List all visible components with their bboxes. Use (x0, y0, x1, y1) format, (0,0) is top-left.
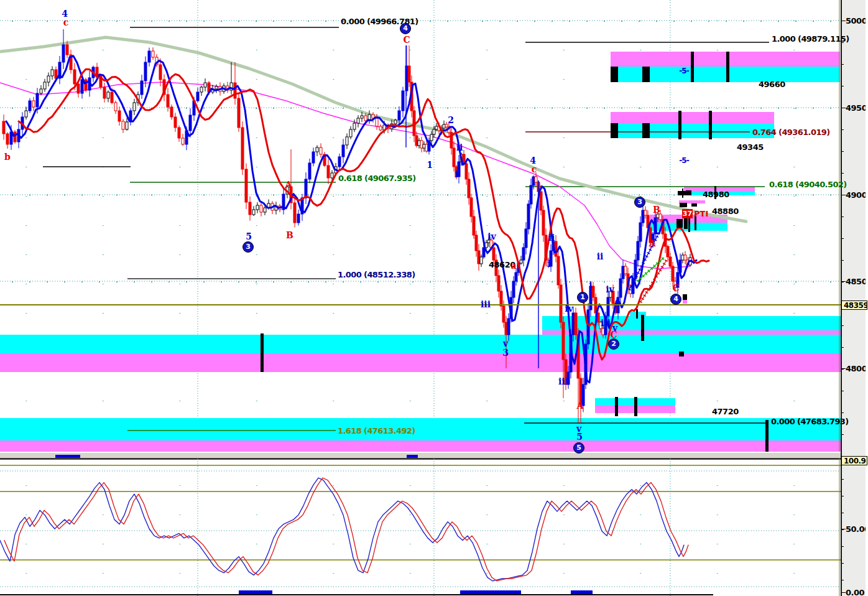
candle-body (557, 256, 560, 285)
candle-body (592, 286, 594, 297)
zone-mark (642, 123, 650, 138)
axis-minor-tick (842, 129, 844, 130)
axis-minor-tick (842, 563, 844, 564)
zone-mark (678, 111, 681, 139)
axis-minor-tick (842, 496, 844, 496)
axis-tick-label: 48000 (846, 364, 868, 373)
medium-ma-line (0, 82, 690, 269)
candle-body (204, 83, 206, 87)
false-bar (460, 590, 521, 594)
candle-body (349, 129, 352, 137)
candle-body (560, 285, 562, 322)
candle-body (36, 93, 39, 107)
candle-body (133, 103, 136, 111)
zone-mark (642, 67, 650, 82)
candle-body (674, 281, 676, 287)
candle-body (327, 165, 330, 178)
zone-mark (684, 217, 688, 229)
zone-mark (714, 186, 716, 199)
candle-body (433, 129, 435, 134)
candle-body (2, 121, 5, 134)
candle-body (430, 134, 433, 141)
candle-body (587, 310, 589, 344)
zone-mark-magenta (683, 300, 687, 304)
candle-body (66, 45, 68, 55)
candle-body (107, 92, 109, 98)
axis-tick-label: 50000 (846, 16, 868, 26)
candle-body (144, 62, 147, 81)
candle-body (672, 266, 674, 281)
panel-splitter[interactable] (0, 452, 868, 459)
axis-minor-tick (842, 529, 844, 530)
axis-minor-tick (842, 369, 844, 370)
osc-top-border (0, 459, 841, 460)
candle-body (423, 144, 425, 148)
candle-body (249, 202, 251, 215)
candle-body (6, 134, 9, 144)
axis-tick-label: 0.00 (846, 588, 864, 596)
zone-mark (678, 191, 686, 195)
candle-body (681, 255, 684, 260)
axis-tick-label: 48500 (846, 277, 868, 286)
axis-tick-label: 50.00 (846, 524, 868, 534)
supply-demand-zone (0, 353, 841, 372)
candle-body (402, 91, 404, 111)
candle-body (435, 126, 438, 129)
candle-body (148, 51, 150, 62)
false-bar (571, 590, 593, 594)
price-chart-canvas[interactable] (0, 0, 841, 452)
candle-body (644, 210, 647, 215)
price-axis[interactable]: 500004950049000485004800050.000.00 (841, 0, 868, 596)
candle-body (684, 255, 686, 260)
candle-body (492, 248, 495, 260)
candle-body (256, 205, 259, 210)
zone-mark (691, 203, 697, 207)
candle-body (547, 260, 550, 266)
zone-mark (765, 420, 769, 452)
zone-mark (686, 190, 691, 195)
candle-body (550, 251, 552, 266)
candle-body (530, 185, 532, 204)
candle-body (612, 291, 614, 304)
zone-mark (682, 189, 683, 198)
candle-body (62, 45, 65, 62)
supply-demand-zone (611, 52, 840, 67)
candle-body (159, 65, 162, 80)
candle-body (361, 116, 363, 118)
candle-body (364, 116, 367, 121)
oscillator-canvas[interactable] (0, 459, 841, 596)
candle-body (500, 291, 502, 306)
candle-body (331, 173, 333, 178)
candle-body (420, 141, 423, 148)
candle-body (527, 204, 530, 229)
candle-body (29, 101, 31, 111)
candle-body (642, 210, 644, 223)
candle-body (357, 118, 359, 123)
candle-body (376, 118, 378, 126)
zone-mark (641, 315, 644, 341)
candle-body (25, 111, 27, 117)
false-bar (239, 590, 272, 594)
candle-body (657, 214, 659, 218)
candle-body (51, 70, 53, 76)
candle-body (338, 157, 341, 167)
candle-body (297, 214, 300, 223)
candle-body (567, 372, 570, 384)
candle-body (245, 169, 247, 202)
axis-tick-label: 49500 (846, 103, 868, 113)
oscillator-value-box: 100.9 (841, 456, 867, 465)
candle-body (170, 107, 173, 117)
zone-mark (691, 52, 694, 82)
candle-body (96, 67, 98, 76)
candle-body (624, 266, 627, 274)
candle-body (619, 279, 622, 297)
candle-body (126, 122, 128, 129)
supply-demand-zone (0, 335, 841, 353)
candle-body (637, 241, 639, 260)
candle-body (174, 117, 177, 128)
candle-body (316, 147, 318, 152)
supply-demand-zone (0, 440, 841, 452)
supply-demand-zone (0, 418, 841, 440)
candle-body (346, 137, 348, 145)
candle-body (73, 70, 76, 84)
